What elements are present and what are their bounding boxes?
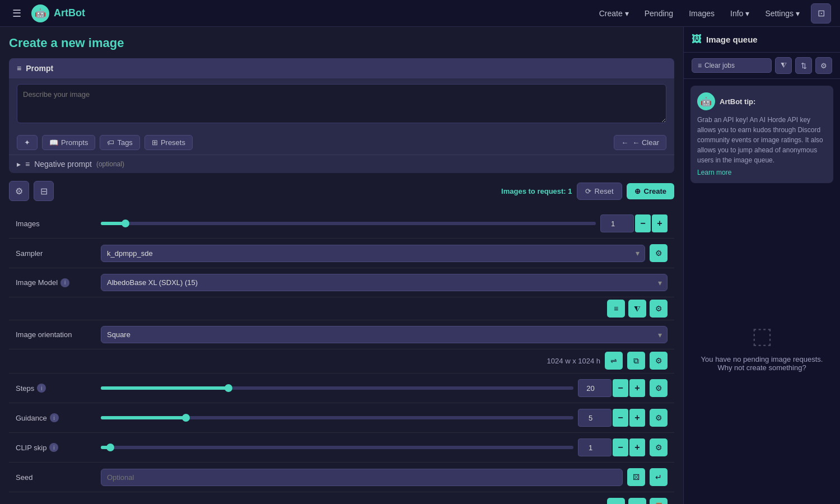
nav-images[interactable]: Images [682,6,721,21]
guidance-label: Guidance i [16,413,94,422]
guidance-input[interactable] [578,409,612,427]
clear-button[interactable]: ← ← Clear [614,135,666,150]
seed-label: Seed [16,473,94,482]
book-icon: 📖 [49,138,58,147]
queue-sort-btn[interactable]: ⇅ [795,57,812,74]
learn-more-link[interactable]: Learn more [697,169,827,176]
images-minus-btn[interactable]: − [635,214,651,232]
image-model-filter-btn[interactable]: ⧨ [628,300,646,318]
steps-minus-btn[interactable]: − [613,379,628,397]
orientation-shuffle-btn[interactable]: ⇌ [605,352,623,370]
clip-skip-gear-btn[interactable]: ⚙ [650,438,668,456]
loras-setting-row: LoRAs (0 / 5) + ♥ ⌛ [9,492,674,504]
steps-input[interactable] [578,379,612,397]
images-control: − + [101,214,668,232]
guidance-slider[interactable] [101,416,573,419]
navbar: ☰ 🤖 ArtBot Create Pending Images Info Se… [0,0,840,27]
sidebar: 🖼 Image queue ≡ Clear jobs ⧨ ⇅ ⚙ 🤖 ArtBo… [683,27,840,504]
reset-icon: ⟳ [585,187,591,195]
guidance-plus-btn[interactable]: + [629,409,645,427]
hamburger-button[interactable]: ☰ [9,4,25,23]
sampler-select[interactable]: k_dpmpp_sde k_euler k_euler_a k_dpm_2 [101,245,645,262]
arrow-left-icon: ← [621,138,628,147]
layout: Create a new image ≡ Prompt ✦ 📖 Prompts … [0,27,840,504]
prompt-header-label: Prompt [26,64,53,73]
guidance-num-group: − + [578,409,645,427]
sidebar-title: Image queue [706,35,758,44]
nav-pending[interactable]: Pending [638,6,680,21]
steps-plus-btn[interactable]: + [629,379,645,397]
clip-skip-info-icon[interactable]: i [49,443,58,452]
nav-settings[interactable]: Settings [758,6,806,21]
seed-setting-row: Seed ⚄ ↵ [9,463,674,492]
image-model-icon-controls: ≡ ⧨ ⚙ [101,300,668,318]
ctrl-right: Images to request: 1 ⟳ Reset ⊕ Create [501,183,674,200]
create-button[interactable]: ⊕ Create [627,183,674,199]
loras-heart-btn[interactable]: ♥ [628,498,646,504]
no-pending-area: ⬚ You have no pending image requests. Wh… [684,190,840,504]
settings-toggle-button[interactable]: ⚙ [9,181,29,201]
clip-skip-input[interactable] [578,438,612,456]
app-name: ArtBot [54,7,85,19]
queue-filter-btn[interactable]: ⧨ [775,57,792,74]
image-model-list-btn[interactable]: ≡ [607,300,625,318]
tag-icon: 🏷 [107,138,114,147]
create-icon: ⊕ [634,187,641,195]
presets-button[interactable]: ⊞ Presets [144,135,193,150]
orientation-control: Square Portrait Landscape Custom ▾ [101,326,668,343]
tags-button[interactable]: 🏷 Tags [100,135,139,150]
dimension-label: 1024 w x 1024 h [547,357,600,365]
guidance-minus-btn[interactable]: − [613,409,628,427]
view-toggle-button[interactable]: ⊟ [34,181,54,201]
seed-dice-btn[interactable]: ⚄ [627,468,645,486]
loras-add-btn[interactable]: + [607,498,625,504]
steps-info-icon[interactable]: i [37,384,46,393]
clear-jobs-icon: ≡ [698,62,702,69]
image-model-select[interactable]: AlbedoBase XL (SDXL) (15) [101,274,668,291]
artbot-tip: 🤖 ArtBot tip: Grab an API key! An AI Hor… [690,86,833,183]
add-icon: ✦ [24,138,30,147]
no-pending-text: You have no pending image requests. Why … [695,355,829,372]
loras-history-btn[interactable]: ⌛ [650,498,668,504]
orientation-select[interactable]: Square Portrait Landscape Custom [101,326,668,343]
seed-control: ⚄ ↵ [101,468,668,486]
nav-info[interactable]: Info [724,6,756,21]
images-input[interactable] [600,214,634,232]
clip-skip-slider[interactable] [101,446,573,449]
seed-input[interactable] [101,469,623,486]
guidance-info-icon[interactable]: i [50,413,59,422]
sampler-settings-btn[interactable]: ⚙ [650,244,668,262]
steps-gear-btn[interactable]: ⚙ [650,379,668,397]
nav-extra-button[interactable]: ⊡ [811,3,831,24]
images-plus-btn[interactable]: + [652,214,668,232]
image-model-gear-btn[interactable]: ⚙ [650,300,668,318]
negative-prompt-row[interactable]: ▸ ≡ Negative prompt (optional) [9,155,674,173]
controls-row: ⚙ ⊟ Images to request: 1 ⟳ Reset ⊕ Creat… [9,181,674,201]
main-content: Create a new image ≡ Prompt ✦ 📖 Prompts … [0,27,683,504]
guidance-control: − + ⚙ [101,409,668,427]
image-model-select-wrapper: AlbedoBase XL (SDXL) (15) ▾ [101,274,668,291]
sidebar-header: 🖼 Image queue [684,27,840,53]
prompts-button[interactable]: 📖 Prompts [42,135,95,150]
sampler-control: k_dpmpp_sde k_euler k_euler_a k_dpm_2 ▾ … [101,244,668,262]
seed-enter-btn[interactable]: ↵ [650,468,668,486]
images-slider[interactable] [101,222,596,225]
clip-skip-plus-btn[interactable]: + [629,438,645,456]
page-title: Create a new image [9,36,674,50]
guidance-gear-btn[interactable]: ⚙ [650,409,668,427]
dimension-row: 1024 w x 1024 h ⇌ ⧉ ⚙ [9,349,674,374]
steps-slider[interactable] [101,386,573,390]
clip-skip-minus-btn[interactable]: − [613,438,628,456]
clear-jobs-button[interactable]: ≡ Clear jobs [692,58,772,73]
orientation-gear-btn[interactable]: ⚙ [650,352,668,370]
nav-create[interactable]: Create [592,6,636,21]
reset-button[interactable]: ⟳ Reset [577,183,622,200]
clip-skip-setting-row: CLIP skip i − + ⚙ [9,433,674,463]
orientation-copy-btn[interactable]: ⧉ [627,352,645,370]
image-model-info-icon[interactable]: i [60,278,69,287]
images-setting-row: Images − + [9,209,674,239]
queue-settings-btn[interactable]: ⚙ [815,57,832,74]
prompt-textarea[interactable] [17,84,666,123]
add-button[interactable]: ✦ [17,135,38,150]
no-pending-icon: ⬚ [752,323,773,348]
